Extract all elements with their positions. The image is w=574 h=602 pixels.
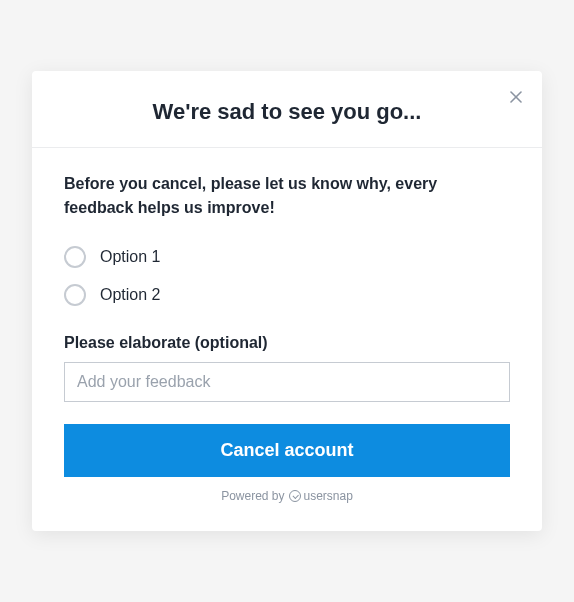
reason-option[interactable]: Option 1: [64, 246, 510, 268]
radio-icon: [64, 284, 86, 306]
close-icon: [510, 91, 522, 103]
reason-option[interactable]: Option 2: [64, 284, 510, 306]
powered-by: Powered by usersnap: [64, 489, 510, 503]
usersnap-label: usersnap: [304, 489, 353, 503]
close-button[interactable]: [506, 87, 526, 107]
modal-title: We're sad to see you go...: [56, 99, 518, 125]
usersnap-icon: [289, 490, 301, 502]
option-label: Option 2: [100, 286, 160, 304]
cancel-account-button[interactable]: Cancel account: [64, 424, 510, 477]
modal-body: Before you cancel, please let us know wh…: [32, 148, 542, 503]
usersnap-brand[interactable]: usersnap: [289, 489, 353, 503]
powered-by-prefix: Powered by: [221, 489, 284, 503]
reason-options: Option 1 Option 2: [64, 246, 510, 306]
cancel-reason-prompt: Before you cancel, please let us know wh…: [64, 172, 510, 220]
modal-header: We're sad to see you go...: [32, 71, 542, 148]
option-label: Option 1: [100, 248, 160, 266]
elaborate-label: Please elaborate (optional): [64, 334, 510, 352]
cancel-account-modal: We're sad to see you go... Before you ca…: [32, 71, 542, 531]
feedback-input[interactable]: [64, 362, 510, 402]
radio-icon: [64, 246, 86, 268]
